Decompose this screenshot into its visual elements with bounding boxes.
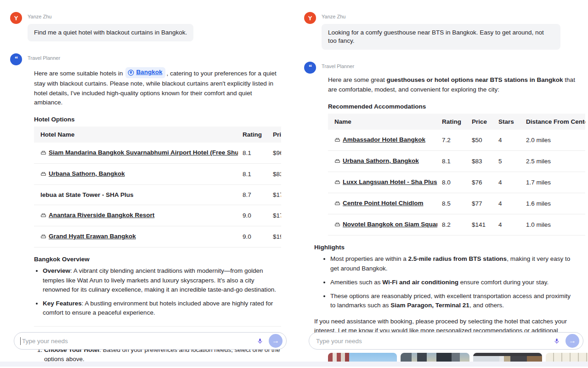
overview-bullet: Key Features: A bustling environment but…: [43, 299, 281, 318]
bottom-strip: [0, 362, 588, 367]
col-price: Price: [467, 114, 494, 130]
hotel-link[interactable]: Grand Hyatt Erawan Bangkok: [40, 233, 136, 240]
hotel-room-photo[interactable]: [473, 353, 542, 362]
hotel-exterior-photo[interactable]: [328, 353, 397, 362]
hotel-link[interactable]: Novotel Bangkok on Siam Square: [334, 221, 437, 228]
hotel-link[interactable]: Centre Point Hotel Chidlom: [334, 200, 424, 207]
chat-panel-left: Y Yanze Zhu Find me a quiet hotel with b…: [0, 0, 294, 362]
hotel-name: Ambassador Hotel Bangkok: [343, 136, 425, 143]
hotel-price: $83: [467, 151, 494, 172]
bed-icon: [40, 233, 46, 239]
hotel-link[interactable]: Urbana Sathorn, Bangkok: [40, 170, 125, 177]
chat-input-bar: →: [14, 332, 287, 350]
bed-icon: [334, 158, 340, 164]
table-row: Urbana Sathorn, Bangkok 8.1 $83: [34, 164, 281, 185]
hotel-stars: 4: [494, 172, 521, 193]
hotel-rating: 8.1: [238, 164, 268, 185]
microphone-icon: [257, 337, 263, 345]
send-button[interactable]: →: [565, 334, 579, 348]
send-button[interactable]: →: [269, 334, 283, 348]
bullet-bold-text: Siam Paragon, Terminal 21: [390, 302, 469, 309]
bed-icon: [40, 171, 46, 177]
bullet-text: : A vibrant city blending ancient tradit…: [43, 267, 276, 293]
hotel-rating: 9.0: [238, 205, 268, 226]
col-rating: Rating: [238, 126, 268, 143]
highlight-bullet: Amenities such as Wi-Fi and air conditio…: [330, 278, 575, 287]
hotel-rating: 8.1: [238, 143, 268, 164]
bullet-bold-text: Wi-Fi and air conditioning: [382, 279, 458, 286]
user-message: Y Yanze Zhu Find me a quiet hotel with b…: [0, 11, 294, 41]
table-row: Novotel Bangkok on Siam Square 8.2 $141 …: [328, 214, 585, 236]
assistant-intro: Here are some suitable hotels in Bangkok…: [34, 67, 281, 108]
hotel-price: $83: [268, 164, 281, 185]
user-name: Yanze Zhu: [322, 14, 576, 19]
bullet-text: Amenities such as: [330, 279, 382, 286]
highlights-title: Highlights: [314, 244, 575, 251]
bed-icon: [334, 137, 340, 143]
hotel-name: Siam Mandarina Bangkok Suvarnabhumi Airp…: [49, 149, 238, 156]
user-name: Yanze Zhu: [28, 14, 282, 19]
table-row: Centre Point Hotel Chidlom 8.5 $77 4 1.6…: [328, 193, 585, 214]
overview-bullet: Overview: A vibrant city blending ancien…: [43, 266, 281, 294]
hotel-link[interactable]: Luxx Langsuan Hotel - Sha Plus: [334, 178, 437, 185]
bullet-text: , and others.: [469, 302, 504, 309]
highlight-bullet: Most properties are within a 2.5-mile ra…: [330, 254, 575, 273]
user-message-bubble: Find me a quiet hotel with blackout curt…: [28, 24, 193, 41]
hotel-rating: 8.5: [437, 193, 467, 214]
bullet-text: ensure comfort during your stay.: [458, 279, 548, 286]
table-row: lebua at State Tower - SHA Plus 8.7 $171: [34, 185, 281, 205]
hotel-price: $141: [467, 214, 494, 236]
user-message-bubble: Looking for a comfy guesthouse near BTS …: [322, 24, 560, 50]
hotel-photos-row: [328, 353, 575, 362]
table-row: Grand Hyatt Erawan Bangkok 9.0 $196: [34, 226, 281, 247]
accommodations-table-container: Name Rating Price Stars Distance From Ce…: [328, 114, 585, 236]
hotel-name: Novotel Bangkok on Siam Square: [343, 221, 437, 228]
chat-panel-right: Y Yanze Zhu Looking for a comfy guesthou…: [294, 0, 588, 362]
microphone-button[interactable]: [254, 335, 266, 347]
bed-icon: [40, 150, 46, 155]
hotel-name: lebua at State Tower - SHA Plus: [40, 191, 134, 198]
hotel-price: $171: [268, 185, 281, 205]
assistant-message: “ Travel Planner Here are some suitable …: [0, 52, 294, 362]
chat-input[interactable]: [315, 337, 551, 345]
bullet-bold-text: 2.5-mile radius from BTS stations: [408, 255, 507, 262]
send-arrow-icon: →: [272, 337, 279, 345]
hotel-price: $77: [467, 193, 494, 214]
assistant-name: Travel Planner: [28, 55, 282, 61]
hotel-distance: 1.7 miles: [521, 172, 585, 193]
text-cursor: [20, 337, 21, 345]
microphone-button[interactable]: [551, 335, 563, 347]
hotel-name: Urbana Sathorn, Bangkok: [343, 157, 419, 164]
hotel-link[interactable]: Ambassador Hotel Bangkok: [334, 136, 425, 143]
user-avatar: Y: [10, 12, 22, 24]
recommended-accommodations-title: Recommended Accommodations: [328, 103, 575, 110]
hotel-link[interactable]: Siam Mandarina Bangkok Suvarnabhumi Airp…: [40, 149, 238, 156]
hotel-name: Urbana Sathorn, Bangkok: [49, 170, 125, 177]
hotel-rating: 9.0: [238, 226, 268, 247]
hotel-stars: 4: [494, 214, 521, 236]
intro-bold-text: guesthouses or hotel options near BTS st…: [387, 76, 563, 83]
table-row: Luxx Langsuan Hotel - Sha Plus 8.0 $76 4…: [328, 172, 585, 193]
location-chip-label: Bangkok: [136, 68, 162, 77]
send-arrow-icon: →: [569, 337, 576, 345]
city-towers-photo[interactable]: [401, 353, 469, 362]
bangkok-overview-title: Bangkok Overview: [34, 256, 281, 263]
hotel-price: $176: [268, 205, 281, 226]
hotel-link[interactable]: Anantara Riverside Bangkok Resort: [40, 212, 154, 218]
hotel-options-title: Hotel Options: [34, 116, 281, 123]
hotel-distance: 1.6 miles: [521, 193, 585, 214]
col-rating: Rating: [437, 114, 467, 130]
hotel-distance: 2.5 miles: [521, 151, 585, 172]
table-row: Ambassador Hotel Bangkok 7.2 $50 4 2.0 m…: [328, 130, 585, 151]
hotel-lobby-photo[interactable]: [546, 353, 588, 362]
table-header-row: Hotel Name Rating Price: [34, 126, 281, 143]
hotel-link[interactable]: Urbana Sathorn, Bangkok: [334, 157, 419, 164]
hotel-name: Centre Point Hotel Chidlom: [343, 200, 424, 207]
location-chip-bangkok[interactable]: Bangkok: [125, 67, 165, 78]
bed-icon: [334, 179, 340, 185]
chat-input[interactable]: [21, 337, 254, 345]
bullet-label: Overview: [43, 267, 70, 274]
hotel-distance: 1.0 miles: [521, 214, 585, 236]
bullet-text: Most properties are within a: [330, 255, 408, 262]
col-distance: Distance From Center: [521, 114, 585, 130]
